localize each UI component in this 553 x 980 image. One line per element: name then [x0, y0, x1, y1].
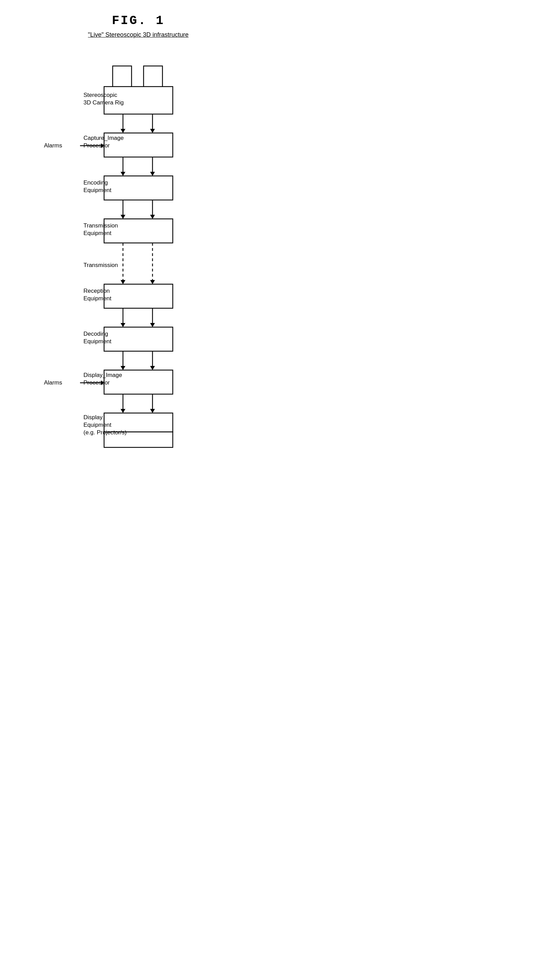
svg-marker-24	[150, 215, 155, 219]
svg-rect-4	[143, 66, 162, 88]
svg-text:Equipment: Equipment	[83, 338, 112, 345]
svg-text:Equipment: Equipment	[83, 230, 112, 236]
svg-text:Equipment: Equipment	[83, 422, 112, 428]
svg-marker-29	[121, 280, 126, 284]
svg-rect-37	[104, 327, 173, 351]
svg-rect-3	[113, 66, 132, 88]
svg-text:Equipment: Equipment	[83, 187, 112, 194]
svg-marker-23	[121, 215, 126, 219]
svg-marker-10	[150, 129, 155, 133]
capture-alarm-label: Alarms	[44, 142, 62, 149]
transmission-label: Transmission	[83, 262, 118, 268]
transmission-eq-label: Transmission	[83, 222, 118, 229]
svg-marker-36	[150, 323, 155, 327]
svg-marker-30	[150, 280, 155, 284]
svg-marker-42	[150, 366, 155, 370]
svg-marker-35	[121, 323, 126, 327]
camera-label: Stereoscopic	[83, 92, 118, 98]
svg-text:Equipment: Equipment	[83, 295, 112, 302]
encoding-label: Encoding	[83, 179, 108, 186]
svg-marker-18	[150, 172, 155, 176]
svg-marker-9	[121, 129, 126, 133]
display-alarm-label: Alarms	[44, 379, 62, 386]
display-label: Display	[83, 414, 103, 421]
capture-label: Capture_Image	[83, 135, 124, 141]
figure-title: FIG. 1	[7, 14, 270, 28]
svg-rect-19	[104, 176, 173, 200]
svg-marker-49	[121, 409, 126, 413]
svg-text:3D Camera Rig: 3D Camera Rig	[83, 99, 124, 106]
page: FIG. 1 "Live" Stereoscopic 3D infrastruc…	[0, 0, 276, 523]
figure-subtitle: "Live" Stereoscopic 3D infrastructure	[7, 31, 270, 38]
svg-marker-17	[121, 172, 126, 176]
svg-rect-31	[104, 284, 173, 308]
decoding-label: Decoding	[83, 331, 108, 337]
display-proc-label: Display_Image	[83, 372, 122, 378]
diagram-svg: Stereoscopic 3D Camera Rig Capture_Image…	[8, 56, 269, 503]
reception-label: Reception	[83, 288, 110, 294]
svg-marker-41	[121, 366, 126, 370]
svg-text:(e.g. Projector/s): (e.g. Projector/s)	[83, 429, 127, 436]
svg-marker-50	[150, 409, 155, 413]
